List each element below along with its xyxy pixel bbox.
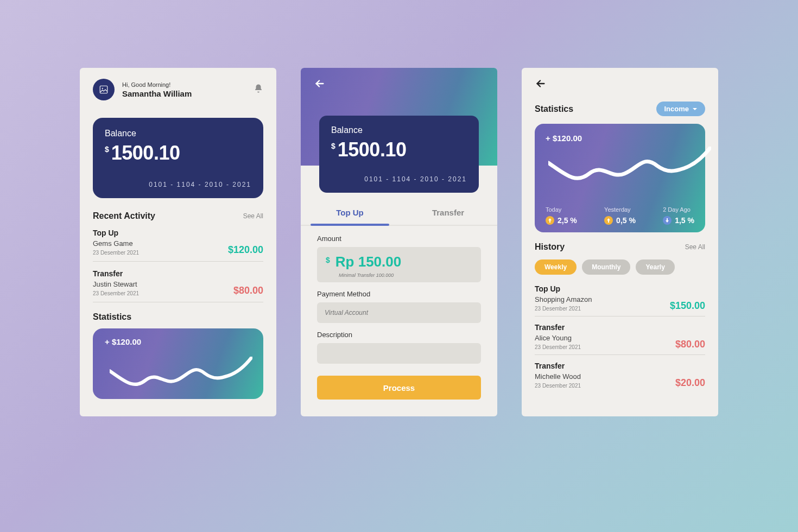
topup-form: Amount $ Rp 150.00 Minimal Transfer 100.…	[301, 226, 497, 400]
stats-header: Statistics	[80, 312, 276, 322]
arrow-up-icon	[604, 216, 613, 225]
stat-value: 0,5 %	[616, 216, 636, 225]
chevron-down-icon	[692, 106, 698, 112]
stat-col: Yesterday 0,5 %	[604, 206, 636, 225]
min-note: Minimal Transfer 100.000	[339, 273, 472, 278]
statistics-screen: Statistics Income + $120.00 Today 2,5 %	[522, 68, 718, 416]
arrow-left-icon	[535, 78, 547, 90]
chip-yearly[interactable]: Yearly	[636, 259, 674, 275]
process-button[interactable]: Process	[317, 376, 481, 400]
stat-label: Yesterday	[604, 206, 636, 213]
history-item-date: 23 Desember 2021	[535, 306, 592, 312]
activity-date: 23 Desember 2021	[93, 290, 139, 296]
bell-icon[interactable]	[254, 84, 263, 96]
back-button[interactable]	[535, 78, 705, 92]
arrow-left-icon	[314, 78, 326, 90]
arrow-down-icon	[663, 216, 672, 225]
history-see-all[interactable]: See All	[685, 243, 705, 251]
greeting-text: Hi, Good Morning!	[122, 81, 192, 88]
period-chips: Weekly Mounthly Yearly	[535, 259, 705, 275]
stat-label: 2 Day Ago	[663, 206, 694, 213]
recent-header: Recent Activity See All	[80, 211, 276, 221]
avatar[interactable]	[93, 79, 115, 100]
stats-delta: + $120.00	[105, 337, 251, 346]
balance-amount: 1500.10	[338, 138, 407, 161]
description-input[interactable]	[317, 343, 481, 364]
history-item-title: Top Up	[535, 284, 592, 293]
activity-sub: Justin Stewart	[93, 280, 139, 288]
tabs: Top Up Transfer	[301, 200, 497, 226]
activity-item[interactable]: Transfer Justin Stewart 23 Desember 2021…	[93, 262, 263, 302]
chip-monthly[interactable]: Mounthly	[582, 259, 630, 275]
user-name: Samantha William	[122, 89, 192, 98]
balance-card[interactable]: Balance $ 1500.10 0101 - 1104 - 2010 - 2…	[319, 116, 479, 193]
balance-currency: $	[331, 142, 335, 150]
recent-title: Recent Activity	[93, 211, 155, 221]
history-item[interactable]: Transfer Michelle Wood 23 Desember 2021 …	[535, 355, 705, 393]
activity-sub: Gems Game	[93, 239, 139, 248]
balance-card[interactable]: Balance $ 1500.10 0101 - 1104 - 2010 - 2…	[93, 118, 263, 198]
history-item[interactable]: Top Up Shopping Amazon 23 Desember 2021 …	[535, 278, 705, 316]
history-title: History	[535, 242, 565, 252]
history-list: Top Up Shopping Amazon 23 Desember 2021 …	[535, 278, 705, 393]
svg-point-1	[102, 88, 103, 89]
history-item-date: 23 Desember 2021	[535, 344, 581, 350]
amount-input[interactable]: $ Rp 150.00 Minimal Transfer 100.000	[317, 247, 481, 282]
card-number: 0101 - 1104 - 2010 - 2021	[364, 175, 467, 183]
stats-card[interactable]: + $120.00 Today 2,5 % Yesterday 0,5 %	[535, 124, 705, 232]
stat-col: 2 Day Ago 1,5 %	[663, 206, 694, 225]
balance-currency: $	[105, 145, 109, 154]
back-button[interactable]	[314, 78, 326, 92]
balance-label: Balance	[331, 125, 467, 135]
stats-title: Statistics	[535, 104, 573, 114]
history-item-sub: Shopping Amazon	[535, 295, 592, 303]
sparkline-chart	[110, 357, 252, 395]
tab-transfer[interactable]: Transfer	[399, 200, 497, 225]
method-input[interactable]	[317, 302, 481, 323]
history-item-amount: $80.00	[675, 339, 705, 350]
home-screen: Hi, Good Morning! Samantha William Balan…	[80, 68, 276, 416]
stats-card[interactable]: + $120.00	[93, 328, 263, 399]
chip-weekly[interactable]: Weekly	[535, 259, 577, 275]
balance-label: Balance	[105, 129, 251, 138]
svg-rect-0	[100, 86, 107, 93]
amount-label: Amount	[317, 235, 481, 243]
history-item[interactable]: Transfer Alice Young 23 Desember 2021 $8…	[535, 316, 705, 355]
income-filter-label: Income	[664, 105, 689, 113]
stats-header: Statistics Income	[535, 102, 705, 116]
stat-columns: Today 2,5 % Yesterday 0,5 % 2 Day Ago	[546, 206, 694, 225]
history-item-title: Transfer	[535, 362, 581, 370]
activity-item[interactable]: Top Up Gems Game 23 Desember 2021 $120.0…	[93, 221, 263, 262]
desc-label: Description	[317, 331, 481, 339]
history-header: History See All	[535, 242, 705, 252]
method-label: Payment Method	[317, 290, 481, 298]
amount-currency: $	[326, 256, 330, 264]
balance-amount: 1500.10	[111, 142, 180, 164]
home-header: Hi, Good Morning! Samantha William	[80, 68, 276, 107]
stat-value: 2,5 %	[558, 216, 577, 225]
activity-title: Top Up	[93, 229, 139, 237]
recent-see-all[interactable]: See All	[243, 212, 263, 220]
stat-value: 1,5 %	[675, 216, 694, 225]
card-number: 0101 - 1104 - 2010 - 2021	[149, 181, 251, 188]
history-item-sub: Michelle Wood	[535, 372, 581, 381]
activity-title: Transfer	[93, 269, 139, 278]
income-filter[interactable]: Income	[656, 102, 705, 116]
history-item-sub: Alice Young	[535, 334, 581, 342]
arrow-up-icon	[546, 216, 554, 225]
history-item-title: Transfer	[535, 323, 581, 332]
stat-label: Today	[546, 206, 577, 213]
header-gradient: Balance $ 1500.10 0101 - 1104 - 2010 - 2…	[301, 68, 497, 166]
activity-amount: $80.00	[233, 285, 263, 296]
sparkline-chart	[548, 147, 711, 190]
greeting-block: Hi, Good Morning! Samantha William	[122, 81, 192, 98]
activity-list: Top Up Gems Game 23 Desember 2021 $120.0…	[80, 221, 276, 302]
history-item-amount: $150.00	[670, 300, 705, 312]
image-icon	[99, 85, 109, 94]
topup-screen: Balance $ 1500.10 0101 - 1104 - 2010 - 2…	[301, 68, 497, 416]
stats-title: Statistics	[93, 312, 131, 322]
history-item-date: 23 Desember 2021	[535, 383, 581, 389]
tab-topup[interactable]: Top Up	[301, 200, 399, 225]
activity-amount: $120.00	[228, 244, 263, 256]
activity-date: 23 Desember 2021	[93, 250, 139, 256]
